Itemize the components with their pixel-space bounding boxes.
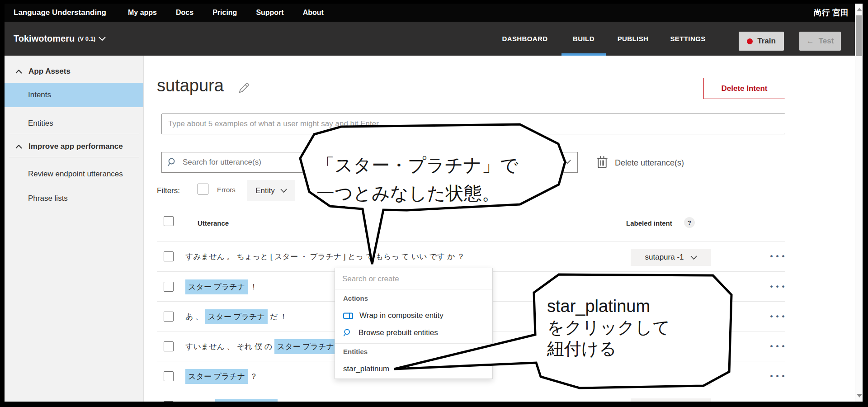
row-checkbox[interactable]	[164, 282, 174, 292]
nav-item-pricing[interactable]: Pricing	[212, 9, 237, 17]
delete-utterances-button[interactable]: Delete utterance(s)	[615, 158, 684, 168]
utterance-search-input[interactable]	[183, 152, 347, 172]
edit-pencil-icon[interactable]	[237, 81, 250, 95]
train-status-dot-icon	[747, 38, 753, 44]
search-icon	[343, 328, 352, 337]
utterance-column-header: Utterance	[198, 219, 229, 227]
chevron-down-icon	[280, 189, 287, 193]
entity-highlight[interactable]: スター プラチナ	[185, 369, 248, 384]
entity-highlight[interactable]: スター プラチナ	[185, 279, 248, 294]
top-navigation-bar: Language Understanding My apps Docs Pric…	[5, 4, 855, 22]
brand-link[interactable]: Language Understanding	[14, 4, 106, 22]
labeled-intent-dropdown[interactable]: sutapura -1	[631, 249, 711, 266]
utterance-text: すいません 、 それ 僕 の スター プラチナ	[185, 331, 337, 361]
actions-section-header: Actions	[343, 294, 368, 302]
sidebar-item-intents[interactable]: Intents	[5, 83, 143, 107]
chevron-up-icon	[15, 70, 22, 74]
labeled-intent-column-header: Labeled intent	[626, 219, 672, 227]
intent-filter-dropdown[interactable]	[358, 152, 578, 173]
search-icon	[167, 157, 177, 167]
row-menu-button[interactable]: •••	[763, 361, 795, 391]
menu-item-star-platinum[interactable]: star_platinum	[335, 361, 492, 377]
vertical-scrollbar	[855, 4, 863, 402]
utterance-text: すみません 。 ちょっと [ スター ・ プラチナ ] とっ て もらっ て い…	[185, 241, 465, 271]
utterance-text: スター プラチナ	[185, 391, 278, 402]
chevron-down-icon	[690, 256, 697, 260]
scroll-up-arrow-icon[interactable]	[857, 8, 862, 11]
tab-build[interactable]: BUILD	[561, 22, 606, 56]
user-name[interactable]: 尚行 宮田	[814, 4, 849, 22]
entity-search-input[interactable]	[342, 272, 482, 286]
sidebar-divider	[9, 157, 139, 157]
chevron-down-icon	[690, 345, 697, 350]
utterance-text: スター プラチナ ！	[185, 272, 258, 302]
row-checkbox[interactable]	[164, 341, 174, 351]
composite-entity-icon	[343, 312, 353, 319]
entity-highlight[interactable]: スター プラチナ	[205, 309, 268, 324]
select-all-checkbox[interactable]	[164, 216, 174, 226]
row-menu-button[interactable]: •••	[763, 302, 795, 331]
errors-filter-label: Errors	[217, 186, 236, 194]
utterance-search-box	[161, 152, 353, 173]
tab-settings[interactable]: SETTINGS	[666, 22, 709, 56]
sidebar-section-app-assets[interactable]: App Assets	[5, 63, 143, 80]
labeled-intent-dropdown[interactable]: sutapura -1	[631, 339, 711, 356]
labeled-intent-dropdown[interactable]: sutapura -1	[631, 398, 711, 402]
labeled-intent-dropdown[interactable]: sutapura -1	[631, 279, 711, 296]
tab-dashboard[interactable]: DASHBOARD	[499, 22, 551, 56]
chevron-up-icon	[15, 145, 22, 149]
app-version: (V 0.1)	[78, 35, 95, 42]
app-window: Language Understanding My apps Docs Pric…	[5, 4, 863, 402]
row-checkbox[interactable]	[164, 371, 174, 381]
app-bar: Tokiwotomeru (V 0.1) DASHBOARD BUILD PUB…	[5, 22, 855, 56]
sidebar-divider	[9, 134, 139, 134]
scrollbar-thumb[interactable]	[856, 15, 862, 56]
entity-context-menu: Actions Wrap in composite entity Browse …	[335, 268, 493, 379]
table-row: すみません 。 ちょっと [ スター ・ プラチナ ] とっ て もらっ て い…	[5, 241, 855, 271]
errors-filter-checkbox[interactable]	[198, 184, 208, 194]
example-input-wrap	[161, 114, 785, 134]
labeled-intent-dropdown[interactable]: sutapura -1	[631, 369, 711, 386]
row-checkbox[interactable]	[164, 251, 174, 261]
train-button[interactable]: Train	[739, 32, 784, 51]
chevron-down-icon	[690, 286, 697, 290]
menu-divider	[335, 343, 492, 344]
row-menu-button[interactable]: •••	[763, 272, 795, 302]
table-row: スター プラチナ sutapura -1	[5, 391, 855, 402]
nav-item-support[interactable]: Support	[256, 9, 283, 17]
entity-highlight[interactable]: スター プラチナ	[215, 399, 278, 402]
tab-publish[interactable]: PUBLISH	[614, 22, 651, 56]
sidebar-item-phrase-lists[interactable]: Phrase lists	[5, 189, 143, 208]
nav-item-my-apps[interactable]: My apps	[128, 9, 157, 17]
trash-icon[interactable]	[596, 155, 609, 169]
chevron-down-icon	[690, 316, 697, 320]
chevron-down-icon	[690, 375, 697, 379]
filters-label: Filters:	[157, 186, 180, 195]
row-menu-button[interactable]: •••	[763, 331, 795, 361]
app-selector[interactable]: Tokiwotomeru (V 0.1)	[14, 22, 106, 56]
row-checkbox[interactable]	[164, 401, 174, 402]
menu-item-wrap-composite[interactable]: Wrap in composite entity	[335, 307, 492, 324]
sidebar-item-review-endpoint-utterances[interactable]: Review endpoint utterances	[5, 164, 143, 184]
labeled-intent-help-badge[interactable]: ?	[684, 217, 695, 228]
nav-item-docs[interactable]: Docs	[176, 9, 193, 17]
sidebar-item-entities[interactable]: Entities	[5, 114, 143, 133]
chevron-down-icon	[99, 37, 106, 41]
entity-filter-button[interactable]: Entity	[247, 180, 295, 201]
top-nav-menu: My apps Docs Pricing Support About	[128, 4, 324, 22]
utterance-text: スター プラチナ ？	[185, 361, 258, 391]
page-title: sutapura	[157, 76, 224, 95]
scroll-down-arrow-icon[interactable]	[857, 394, 862, 398]
back-arrow-icon: ←	[807, 37, 814, 46]
delete-intent-button[interactable]: Delete Intent	[703, 78, 785, 99]
row-checkbox[interactable]	[164, 312, 174, 322]
row-menu-button[interactable]: •••	[763, 241, 795, 271]
nav-item-about[interactable]: About	[303, 9, 324, 17]
example-utterance-input[interactable]	[161, 114, 785, 134]
test-button[interactable]: ← Test	[799, 32, 841, 51]
menu-item-browse-prebuilt[interactable]: Browse prebuilt entities	[335, 324, 492, 341]
labeled-intent-dropdown[interactable]: sutapura -1	[631, 309, 711, 326]
sidebar-section-improve-performance[interactable]: Improve app performance	[5, 138, 143, 155]
app-name: Tokiwotomeru	[14, 33, 75, 44]
entity-highlight[interactable]: スター プラチナ	[274, 339, 337, 354]
